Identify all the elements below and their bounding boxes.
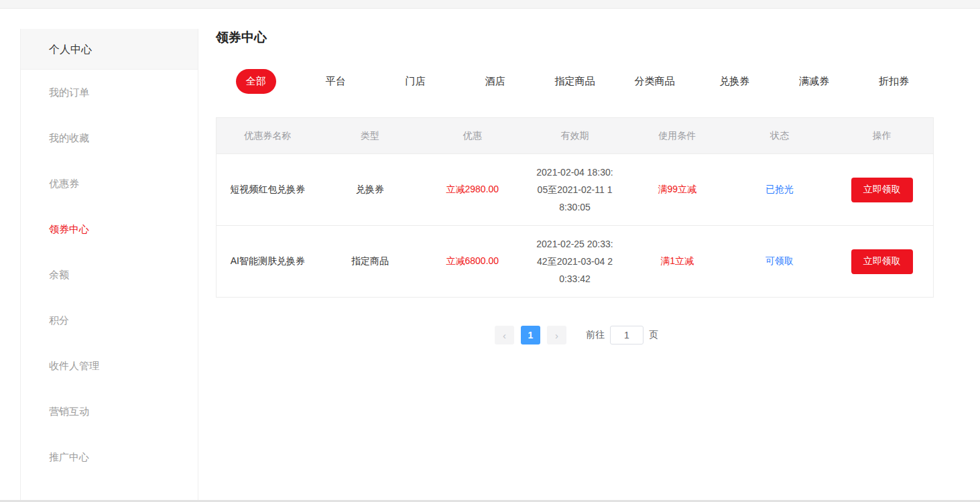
coupon-discount: 立减6800.00 (421, 255, 524, 267)
col-header-coupon-name: 优惠券名称 (217, 130, 319, 142)
sidebar-item-recipient-management[interactable]: 收件人管理 (21, 343, 198, 389)
sidebar-item-my-favorites[interactable]: 我的收藏 (21, 115, 198, 161)
next-page-button[interactable]: › (547, 326, 566, 344)
coupon-status: 可领取 (729, 255, 831, 267)
col-header-validity: 有效期 (524, 130, 626, 142)
page-jump-input[interactable] (610, 326, 644, 344)
sidebar-item-promotion-center[interactable]: 推广中心 (21, 434, 198, 480)
claim-now-button[interactable]: 立即领取 (851, 178, 913, 202)
tab-discount-coupon[interactable]: 折扣券 (854, 75, 934, 88)
sidebar-item-coupon-center[interactable]: 领券中心 (21, 206, 198, 252)
sidebar-item-balance[interactable]: 余额 (21, 252, 198, 298)
tab-specified-goods[interactable]: 指定商品 (535, 75, 615, 88)
chevron-right-icon: › (555, 330, 558, 341)
sidebar-item-points[interactable]: 积分 (21, 298, 198, 343)
table-row: AI智能测肤兑换券 指定商品 立减6800.00 2021-02-25 20:3… (217, 225, 933, 297)
coupon-condition: 满1立减 (626, 255, 729, 267)
page-number-1[interactable]: 1 (521, 326, 540, 344)
col-header-discount: 优惠 (421, 130, 524, 142)
page-title: 领券中心 (216, 29, 934, 46)
coupon-type: 兑换券 (319, 184, 422, 196)
coupon-status: 已抢光 (729, 184, 831, 196)
tab-hotel[interactable]: 酒店 (455, 75, 535, 88)
tab-platform[interactable]: 平台 (296, 75, 375, 88)
col-header-condition: 使用条件 (626, 130, 729, 142)
tab-full-reduction-coupon[interactable]: 满减券 (774, 75, 854, 88)
coupon-condition: 满99立减 (626, 184, 729, 196)
tab-all[interactable]: 全部 (216, 69, 296, 94)
coupon-discount: 立减2980.00 (421, 184, 524, 196)
tab-exchange-coupon[interactable]: 兑换券 (694, 75, 774, 88)
coupon-validity: 2021-02-04 18:30:05至2021-02-11 18:30:05 (536, 164, 615, 216)
tab-store[interactable]: 门店 (375, 75, 455, 88)
sidebar: 个人中心 我的订单 我的收藏 优惠券 领券中心 余额 积分 收件人管理 营销互动… (20, 29, 198, 500)
chevron-left-icon: ‹ (503, 330, 506, 341)
coupon-table: 优惠券名称 类型 优惠 有效期 使用条件 状态 操作 短视频红包兑换券 兑换券 … (216, 117, 934, 298)
col-header-action: 操作 (831, 130, 933, 142)
sidebar-item-marketing-interaction[interactable]: 营销互动 (21, 389, 198, 434)
col-header-type: 类型 (319, 130, 422, 142)
tab-category-goods[interactable]: 分类商品 (615, 75, 694, 88)
pagination: ‹ 1 › 前往 页 (216, 326, 934, 344)
sidebar-item-personal-center[interactable]: 个人中心 (21, 29, 198, 70)
tab-all-pill[interactable]: 全部 (236, 69, 276, 94)
page-jump: 前往 页 (586, 326, 658, 344)
claim-now-button[interactable]: 立即领取 (851, 249, 913, 274)
col-header-status: 状态 (729, 130, 831, 142)
prev-page-button[interactable]: ‹ (495, 326, 514, 344)
coupon-name: AI智能测肤兑换券 (217, 255, 319, 267)
coupon-type: 指定商品 (319, 255, 422, 267)
sidebar-item-my-orders[interactable]: 我的订单 (21, 70, 198, 115)
top-strip (0, 0, 980, 9)
table-header-row: 优惠券名称 类型 优惠 有效期 使用条件 状态 操作 (217, 118, 933, 153)
coupon-validity: 2021-02-25 20:33:42至2021-03-04 20:33:42 (536, 235, 615, 288)
coupon-type-tabs: 全部 平台 门店 酒店 指定商品 分类商品 兑换券 满减券 折扣券 (216, 69, 934, 94)
sidebar-item-coupons[interactable]: 优惠券 (21, 161, 198, 206)
goto-label: 前往 (586, 329, 605, 341)
table-row: 短视频红包兑换券 兑换券 立减2980.00 2021-02-04 18:30:… (217, 153, 933, 225)
main-content: 领券中心 全部 平台 门店 酒店 指定商品 分类商品 兑换券 满减券 折扣券 优… (216, 29, 934, 344)
page-unit-label: 页 (649, 329, 658, 341)
coupon-name: 短视频红包兑换券 (217, 184, 319, 196)
